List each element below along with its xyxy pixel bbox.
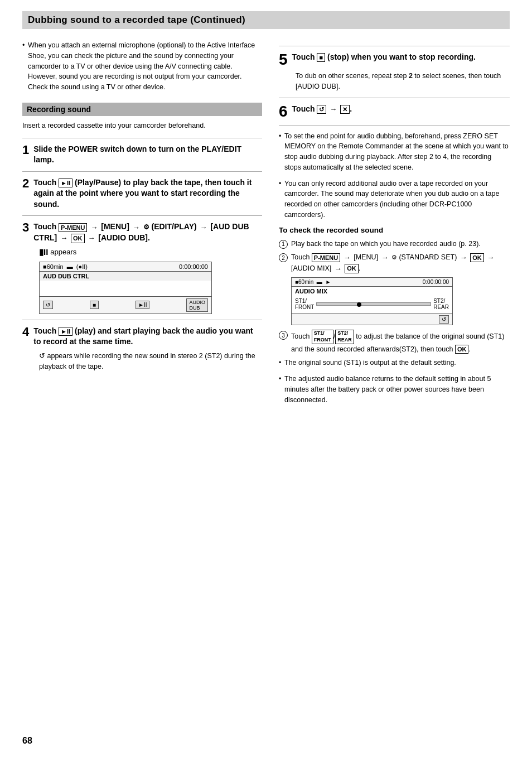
step-3-num: 3 (22, 221, 29, 234)
step-1: 1 Slide the POWER switch down to turn on… (22, 144, 262, 166)
ok-box2: OK (470, 253, 484, 262)
circle-1: 1 (279, 240, 288, 249)
intro-bullet: When you attach an external microphone (… (22, 40, 262, 93)
pmenu-box: P-MENU (59, 223, 87, 232)
screen-stop-btn[interactable]: ■ (90, 301, 99, 309)
step-2-text: Touch ►II (Play/Pause) to play back the … (33, 177, 262, 210)
divider (22, 215, 262, 216)
screen2-label: AUDIO MIX (292, 287, 452, 296)
divider (279, 125, 510, 126)
check-item-3: 3 Touch ST1/FRONT/ST2/REAR to adjust the… (279, 330, 510, 354)
stop-icon: ■ (317, 53, 325, 62)
step-6-heading: 6 Touch ↺ → ✕. (279, 104, 510, 119)
step-5-body: To dub on other scenes, repeat step 2 to… (296, 71, 510, 92)
step-5-heading: 5 Touch ■ (stop) when you want to stop r… (279, 52, 510, 67)
check-item-1: 1 Play back the tape on which you have r… (279, 239, 510, 249)
return-icon: ↺ (317, 105, 326, 114)
step-5: 5 Touch ■ (stop) when you want to stop r… (279, 52, 510, 92)
check-item-1-text: Play back the tape on which you have rec… (291, 239, 481, 249)
cassette-pause-symbol: ▮II (39, 247, 48, 257)
divider-top-right (279, 46, 510, 46)
step-3: 3 Touch P-MENU → [MENU] → ⚙ (EDIT/PLAY) … (22, 221, 262, 314)
two-column-layout: When you attach an external microphone (… (22, 40, 510, 411)
step-6-num: 6 (279, 104, 288, 119)
extra-bullet-1: The original sound (ST1) is output at th… (279, 358, 510, 368)
step-3-text: Touch P-MENU → [MENU] → ⚙ (EDIT/PLAY) → … (33, 221, 262, 243)
ok-box: OK (71, 234, 85, 243)
screen-audio-dub-btn[interactable]: AUDIODUB (186, 298, 208, 312)
ok-box4: OK (455, 345, 469, 354)
step-4-heading: 4 Touch ►II (play) and start playing bac… (22, 326, 262, 348)
slider-track[interactable] (316, 302, 431, 306)
step-2-num: 2 (22, 177, 29, 190)
divider (279, 98, 510, 98)
close-icon: ✕ (340, 105, 350, 114)
divider (22, 320, 262, 320)
step-5-text: Touch ■ (stop) when you want to stop rec… (292, 52, 476, 63)
check-item-2-text: Touch P-MENU → [MENU] → ⚙ (STANDARD SET)… (291, 252, 510, 274)
page: Dubbing sound to a recorded tape (Contin… (0, 0, 532, 757)
step-2: 2 Touch ►II (Play/Pause) to play back th… (22, 177, 262, 210)
page-number: 68 (22, 736, 32, 746)
left-column: When you attach an external microphone (… (22, 40, 262, 411)
step-4-body: ↺ appears while recording the new sound … (39, 351, 262, 372)
page-title: Dubbing sound to a recorded tape (Contin… (28, 15, 245, 25)
st2-label: ST2/REAR (433, 298, 449, 310)
st1-box: ST1/FRONT (312, 330, 333, 344)
right-column: 5 Touch ■ (stop) when you want to stop r… (279, 40, 510, 411)
screen-mockup-step3: ■60min ▬ (●II) 0:00:00:00 AUD DUB CTRL ↺… (39, 262, 212, 314)
screen-mockup-audio-mix: ■60min ▬ ► 0:00:00:00 AUDIO MIX ST1/FRON… (291, 277, 453, 325)
screen-aud-dub-ctrl: AUD DUB CTRL (40, 272, 211, 281)
step-4: 4 Touch ►II (play) and start playing bac… (22, 326, 262, 372)
screen-middle (40, 281, 211, 296)
screen2-return-btn[interactable]: ↺ (439, 315, 449, 324)
play-pause-icon: ►II (59, 179, 72, 187)
appears-text: appears (50, 248, 76, 256)
screen2-time: 0:00:00:00 (423, 279, 449, 285)
check-sound-heading: To check the recorded sound (279, 226, 510, 234)
step-4-text: Touch ►II (play) and start playing back … (33, 326, 262, 348)
st2-box: ST2/REAR (335, 330, 354, 344)
screen-bottom-controls: ↺ ■ ►II AUDIODUB (40, 296, 211, 314)
step-1-text: Slide the POWER switch down to turn on t… (33, 144, 262, 166)
intro-bullet-text: When you attach an external microphone (… (22, 40, 262, 93)
ok-box3: OK (345, 264, 359, 273)
section-header-recording: Recording sound (22, 103, 262, 116)
divider (22, 138, 262, 138)
pmenu-box2: P-MENU (312, 253, 340, 262)
screen-time-left: ■60min ▬ (●II) (43, 263, 88, 270)
screen-return-btn[interactable]: ↺ (43, 301, 53, 309)
check-item-3-text: Touch ST1/FRONT/ST2/REAR to adjust the b… (291, 330, 510, 354)
check-item-2: 2 Touch P-MENU → [MENU] → ⚙ (STANDARD SE… (279, 252, 510, 274)
screen-timecode: 0:00:00:00 (179, 263, 208, 270)
screen2-bottom: ↺ (292, 314, 452, 325)
circle-3: 3 (279, 331, 288, 340)
appears-line: ▮II appears (39, 247, 262, 257)
circle-2: 2 (279, 253, 288, 262)
screen-top-bar: ■60min ▬ (●II) 0:00:00:00 (40, 262, 211, 272)
st1-label: ST1/FRONT (295, 298, 314, 310)
right-bullet-1: To set the end point for audio dubbing, … (279, 131, 510, 173)
section-intro: Insert a recorded cassette into your cam… (22, 120, 262, 131)
step-5-num: 5 (279, 52, 288, 67)
step-3-heading: 3 Touch P-MENU → [MENU] → ⚙ (EDIT/PLAY) … (22, 221, 262, 243)
step-1-heading: 1 Slide the POWER switch down to turn on… (22, 144, 262, 166)
extra-bullet-2: The adjusted audio balance returns to th… (279, 374, 510, 405)
screen2-slider-area: ST1/FRONT ST2/REAR (292, 296, 452, 314)
slider-dot (357, 302, 361, 307)
screen2-top-bar: ■60min ▬ ► 0:00:00:00 (292, 278, 452, 287)
screen2-left: ■60min ▬ ► (295, 279, 331, 285)
play-icon-step4: ►II (59, 327, 72, 336)
screen-play-btn[interactable]: ►II (136, 301, 149, 309)
step-1-num: 1 (22, 144, 29, 156)
step-2-heading: 2 Touch ►II (Play/Pause) to play back th… (22, 177, 262, 210)
right-bullet-2: You can only record additional audio ove… (279, 179, 510, 220)
page-header: Dubbing sound to a recorded tape (Contin… (22, 11, 510, 29)
step-4-num: 4 (22, 326, 29, 338)
divider (22, 171, 262, 172)
step-6: 6 Touch ↺ → ✕. (279, 104, 510, 119)
step-6-text: Touch ↺ → ✕. (292, 104, 352, 115)
